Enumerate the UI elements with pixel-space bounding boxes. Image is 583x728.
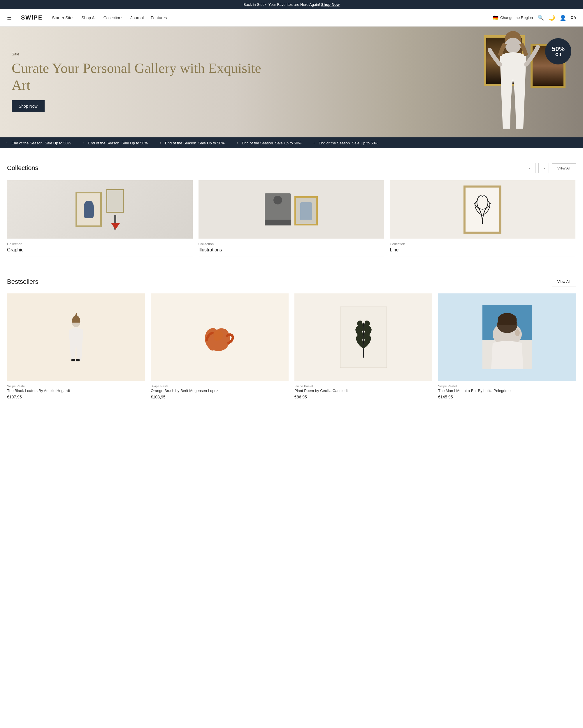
graphic-frame-2	[106, 189, 124, 213]
ticker-star-1: ✦	[6, 142, 8, 145]
product-card-2[interactable]: Swipe Pastel Orange Brush by Berit Mogen…	[151, 293, 288, 399]
ticker-star-2: ✦	[83, 142, 85, 145]
collections-section: Collections ← → View All	[0, 148, 583, 262]
svg-rect-3	[72, 359, 75, 361]
header-left: ☰ SWiPE Starter SitesShop AllCollections…	[7, 14, 167, 21]
header-right: 🇩🇪 Change the Region 🔍 🌙 👤 🛍	[493, 15, 576, 21]
collections-grid: Collection Graphic Collectio	[7, 180, 576, 256]
coffee-base	[265, 219, 291, 226]
hero-cta-button[interactable]: Shop Now	[12, 100, 45, 112]
ticker-item-1: ✦ End of the Season. Sale Up to 50%	[0, 141, 77, 145]
product-image-2	[151, 293, 288, 381]
menu-icon[interactable]: ☰	[7, 15, 12, 21]
product-card-3[interactable]: Swipe Pastel Plant Poem by Cecilia Carls…	[295, 293, 432, 399]
product-price-3: €86,95	[295, 395, 432, 399]
illus-frame	[295, 196, 318, 226]
collection-divider-line	[390, 256, 576, 256]
lamp-shade	[111, 223, 120, 230]
product-brand-3: Swipe Pastel	[295, 384, 432, 388]
cart-icon[interactable]: 🛍	[571, 15, 576, 21]
product-name-4: The Man I Met at a Bar By Lolita Pelegri…	[438, 389, 576, 393]
vase-icon	[84, 201, 94, 218]
discount-badge: 50% Off	[545, 38, 571, 64]
logo[interactable]: SWiPE	[21, 14, 43, 21]
collection-label-illus: Collection	[198, 242, 384, 246]
product-price-2: €103,95	[151, 395, 288, 399]
product-brand-4: Swipe Pastel	[438, 384, 576, 388]
product-card-4[interactable]: Swipe Pastel The Man I Met at a Bar By L…	[438, 293, 576, 399]
hero-person	[461, 27, 554, 137]
collections-prev-button[interactable]: ←	[525, 163, 535, 173]
product-brand-2: Swipe Pastel	[151, 384, 288, 388]
graphic-extras	[106, 189, 124, 230]
announcement-link[interactable]: Shop Now	[321, 2, 340, 7]
nav-item-shop-all[interactable]: Shop All	[81, 16, 96, 20]
product-card-1[interactable]: Swipe Pastel The Black Loafers By Amelie…	[7, 293, 145, 399]
flag-icon: 🇩🇪	[493, 15, 498, 20]
hero-content: Sale Curate Your Personal Gallery with E…	[0, 40, 292, 124]
bestsellers-header: Bestsellers View All	[7, 277, 576, 286]
line-art-wrapper	[390, 180, 576, 239]
search-icon[interactable]: 🔍	[537, 15, 544, 21]
account-icon[interactable]: 👤	[560, 15, 566, 21]
region-selector[interactable]: 🇩🇪 Change the Region	[493, 15, 533, 20]
collections-view-all-button[interactable]: View All	[552, 163, 576, 173]
nav-item-starter-sites[interactable]: Starter Sites	[52, 16, 74, 20]
announcement-text: Back in Stock: Your Favorites are Here A…	[243, 2, 321, 7]
product-image-3	[295, 293, 432, 381]
product-name-3: Plant Poem by Cecilia Carlstedt	[295, 389, 432, 393]
product-brand-1: Swipe Pastel	[7, 384, 145, 388]
collection-name-illus: Illustrations	[198, 247, 384, 253]
theme-toggle-icon[interactable]: 🌙	[549, 15, 555, 21]
region-label: Change the Region	[500, 16, 533, 20]
ticker-inner: ✦ End of the Season. Sale Up to 50% ✦ En…	[0, 141, 384, 145]
graphic-frame-1	[76, 192, 102, 227]
collection-image-graphic	[7, 180, 193, 239]
coffee-portafilter	[273, 196, 282, 205]
sale-ticker: ✦ End of the Season. Sale Up to 50% ✦ En…	[0, 137, 583, 148]
bestsellers-section: Bestsellers View All Swipe Past	[0, 262, 583, 405]
nav-item-features[interactable]: Features	[151, 16, 167, 20]
collection-image-illustrations	[198, 180, 384, 239]
illus-figure	[300, 202, 312, 219]
svg-rect-4	[76, 359, 80, 361]
collection-label-line: Collection	[390, 242, 576, 246]
bestsellers-view-all-button[interactable]: View All	[552, 277, 576, 286]
svg-point-9	[515, 329, 520, 336]
collections-next-button[interactable]: →	[538, 163, 549, 173]
discount-label: Off	[555, 52, 561, 57]
ticker-item-3: ✦ End of the Season. Sale Up to 50%	[154, 141, 230, 145]
collection-divider-illus	[198, 256, 384, 256]
coffee-machine	[265, 193, 291, 226]
main-nav: Starter SitesShop AllCollectionsJournalF…	[52, 16, 167, 20]
product-name-1: The Black Loafers By Amelie Hegardt	[7, 389, 145, 393]
ticker-item-2: ✦ End of the Season. Sale Up to 50%	[77, 141, 154, 145]
collection-card-graphic[interactable]: Collection Graphic	[7, 180, 193, 256]
product-art-2	[198, 314, 242, 361]
product-price-4: €145,95	[438, 395, 576, 399]
nav-item-journal[interactable]: Journal	[130, 16, 144, 20]
hero-sale-label: Sale	[12, 52, 280, 56]
collection-card-illustrations[interactable]: Collection Illustrations	[198, 180, 384, 256]
collections-title: Collections	[7, 164, 38, 172]
ticker-item-4: ✦ End of the Season. Sale Up to 50%	[230, 141, 308, 145]
collection-card-line[interactable]: Collection Line	[390, 180, 576, 256]
plant-art-container	[340, 307, 387, 368]
collections-header: Collections ← → View All	[7, 163, 576, 173]
collection-image-line	[390, 180, 576, 239]
nav-item-collections[interactable]: Collections	[104, 16, 123, 20]
collection-name-line: Line	[390, 247, 576, 253]
ticker-star-3: ✦	[160, 142, 162, 145]
product-image-1	[7, 293, 145, 381]
collections-controls: ← → View All	[525, 163, 576, 173]
product-name-2: Orange Brush by Berit Mogensen Lopez	[151, 389, 288, 393]
product-price-1: €107,95	[7, 395, 145, 399]
bestsellers-title: Bestsellers	[7, 278, 38, 286]
ticker-item-5: ✦ End of the Season. Sale Up to 50%	[307, 141, 384, 145]
product-art-3-svg	[352, 314, 375, 361]
illustrations-art	[260, 189, 323, 230]
collection-divider-graphic	[7, 256, 193, 256]
header: ☰ SWiPE Starter SitesShop AllCollections…	[0, 9, 583, 27]
product-image-4	[438, 293, 576, 381]
hero-title: Curate Your Personal Gallery with Exquis…	[12, 60, 280, 93]
